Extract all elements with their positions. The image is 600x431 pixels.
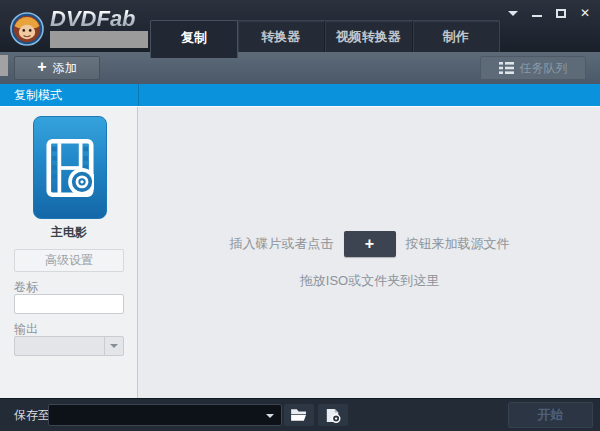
sidebar: 主电影 高级设置 卷标 输出 — [0, 107, 138, 399]
chevron-down-icon — [110, 344, 118, 348]
load-source-hint: 插入碟片或者点击 + 按钮来加载源文件 拖放ISO或文件夹到这里 — [139, 231, 600, 290]
file-disc-icon — [325, 408, 341, 423]
browse-folder-button[interactable] — [284, 404, 314, 426]
close-icon: ✕ — [580, 6, 590, 20]
minimize-icon — [532, 15, 542, 17]
toolbar: + 添加 任务队列 — [0, 52, 600, 84]
minimize-button[interactable] — [528, 4, 546, 22]
plus-icon: + — [365, 235, 374, 253]
output-select[interactable] — [14, 336, 124, 356]
title-bar: DVDFab ✕ 复制 转换器 视频转换器 制作 — [0, 0, 600, 52]
open-folder-icon — [290, 408, 308, 422]
content-area: 主电影 高级设置 卷标 输出 插入碟片或者点击 + 按钮来加载源文件 拖放ISO… — [0, 106, 600, 398]
chevron-down-icon — [266, 414, 274, 418]
add-source-plus-button[interactable]: + — [344, 231, 396, 257]
hint-prefix-text: 插入碟片或者点击 — [230, 235, 334, 253]
task-queue-label: 任务队列 — [520, 60, 568, 77]
maximize-button[interactable] — [552, 4, 570, 22]
close-button[interactable]: ✕ — [576, 4, 594, 22]
tab-converter[interactable]: 转换器 — [238, 21, 326, 52]
task-queue-button[interactable]: 任务队列 — [480, 56, 586, 80]
advanced-settings-button[interactable]: 高级设置 — [14, 249, 124, 272]
main-panel: 插入碟片或者点击 + 按钮来加载源文件 拖放ISO或文件夹到这里 — [139, 107, 600, 399]
main-tab-strip: 复制 转换器 视频转换器 制作 — [150, 20, 500, 52]
tab-video-converter[interactable]: 视频转换器 — [325, 21, 413, 52]
censored-version-patch — [50, 31, 148, 48]
main-movie-label: 主电影 — [0, 224, 138, 241]
volume-input[interactable] — [14, 294, 124, 314]
start-button[interactable]: 开始 — [508, 402, 593, 428]
tab-creator[interactable]: 制作 — [413, 21, 500, 52]
open-output-folder-button[interactable] — [318, 404, 348, 426]
hint-suffix-text: 按钮来加载源文件 — [406, 235, 510, 253]
titlebar-menu-chevron-icon[interactable] — [504, 4, 522, 22]
plus-icon: + — [37, 59, 46, 75]
drop-hint-text: 拖放ISO或文件夹到这里 — [139, 272, 600, 290]
censored-edge-patch — [0, 55, 8, 76]
tab-copy[interactable]: 复制 — [150, 20, 238, 58]
task-queue-list-icon — [499, 62, 514, 74]
dvdfab-logo-icon — [10, 12, 44, 46]
maximize-icon — [556, 9, 566, 18]
add-button-label: 添加 — [53, 60, 77, 77]
window-controls: ✕ — [504, 4, 594, 22]
dvdfab-window: DVDFab ✕ 复制 转换器 视频转换器 制作 + 添加 — [0, 0, 600, 431]
mode-header-bar: 复制模式 — [0, 84, 600, 106]
film-strip-disc-icon — [46, 138, 94, 198]
save-path-combobox[interactable] — [48, 404, 282, 426]
output-select-arrow — [104, 337, 123, 355]
brand-wordmark: DVDFab — [50, 6, 136, 32]
mode-header-divider — [138, 84, 139, 106]
main-movie-mode-tile[interactable] — [33, 116, 107, 219]
add-source-button[interactable]: + 添加 — [14, 56, 100, 80]
mode-header-label: 复制模式 — [14, 84, 62, 106]
bottom-bar: 保存至: 开始 — [0, 398, 600, 431]
